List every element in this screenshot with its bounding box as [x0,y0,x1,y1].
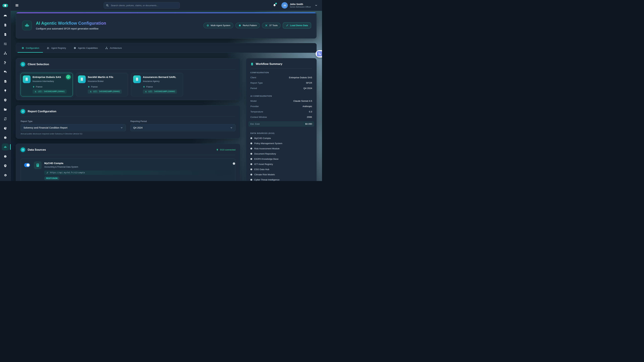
summary-source-item: EIOPA Knowledge Base [250,158,312,160]
search-input[interactable] [104,2,180,9]
sidebar-item-network[interactable] [2,50,9,57]
sidebar-item-car[interactable] [2,12,9,19]
data-source-toggle[interactable] [24,163,30,167]
cpu-icon [206,24,209,27]
sidebar-item-gear[interactable] [2,172,9,179]
summary-config-label: CONFIGURATION [250,71,312,73]
notifications-button[interactable] [272,3,277,8]
check-icon [66,75,70,79]
sidebar-item-pie-chart[interactable] [2,125,9,132]
section-title: Report Configuration [28,110,56,113]
summary-row: Report TypeSFCR [250,82,312,84]
client-card[interactable]: Assurances Bernard SARLInsurance AgencyF… [131,73,183,96]
reporting-period-select[interactable]: Q4 2024 [130,124,236,131]
summary-row-value: Anthropic [302,105,312,108]
client-cards: Entreprise Dubois SASInsurance Intermedi… [21,73,236,96]
avatar[interactable]: JS [282,2,288,8]
summary-row-label: Est. Cost [250,123,260,125]
url-text: https://api.mychd.fr/v2/compta [50,171,85,174]
map-pin-icon [88,86,90,88]
client-card[interactable]: Entreprise Dubois SASInsurance Intermedi… [21,73,73,96]
tab-configuration[interactable]: Configuration [18,43,43,53]
sidebar-item-file-lines[interactable] [2,78,9,85]
page-header-card: AI Agentic Workflow Configuration Config… [16,12,317,38]
summary-sources-label: DATA SOURCES (0/10) [250,132,312,134]
chevron-down-icon [120,126,123,129]
sidebar-item-folder[interactable] [2,106,9,113]
summary-row: Temperature0.3 [250,110,312,113]
sidebar-item-chat[interactable] [2,68,9,75]
sidebar-item-shield-gear[interactable] [2,96,9,104]
sidebar-item-sync[interactable] [2,115,9,122]
network-icon [4,51,7,55]
sidebar-item-gavel[interactable] [2,59,9,66]
sidebar-item-checklist[interactable] [2,40,9,47]
report-type-value: Solvency and Financial Condition Report [24,126,68,129]
summary-row: PeriodQ4 2024 [250,87,312,89]
badge-label: 37 Tools [269,24,278,27]
format-badge: REST/JSON [44,176,59,180]
sidebar-item-shield-gear[interactable] [2,162,9,169]
sidebar-item-brain[interactable] [2,153,9,160]
sidebar-item-document[interactable] [2,21,9,28]
report-type-field: Report Type Solvency and Financial Condi… [21,120,126,135]
divider [21,155,236,155]
chevron-down-icon[interactable] [314,4,318,7]
fingerprint-icon [145,90,147,93]
gear-icon [4,173,7,177]
summary-source-item: ESG Data Hub [250,168,312,171]
report-type-label: Report Type [21,120,126,122]
status-dot-icon [250,168,252,170]
summary-source-item: Policy Management System [250,142,312,145]
hamburger-menu-button[interactable] [14,2,20,8]
tab-bar: ConfigurationAgent RegistryAgentic Capab… [16,43,317,53]
building-icon [133,75,141,83]
summary-row-value: 0.3 [309,110,312,113]
tab-agentic-capabilities[interactable]: Agentic Capabilities [70,43,102,53]
summary-source-item: Cyber Threat Intelligence [250,178,312,181]
lei-text: LEI: 549300EXAMPLE00001 [38,90,65,93]
checklist-icon [4,42,7,45]
shield-icon [4,4,7,7]
file-chart-icon [4,33,7,36]
source-name: MyCHD Compta [254,137,271,139]
users-icon [46,46,50,49]
tab-agent-registry[interactable]: Agent Registry [43,43,70,53]
robot-icon [22,21,32,30]
client-type: Insurance Agency [143,80,176,82]
source-name: Cyber Threat Intelligence [254,178,280,181]
reporting-period-label: Reporting Period [130,120,236,122]
user-role: Senior Admission Officer [290,6,311,8]
tab-architecture[interactable]: Architecture [102,43,126,53]
summary-row-value: SFCR [306,82,312,84]
summary-row-label: Context Window [250,116,267,118]
sidebar-item-lightbulb[interactable] [2,87,9,94]
load-demo-data-button[interactable]: Load Demo Data [283,22,311,28]
status-dot-icon [250,163,252,165]
reporting-period-field: Reporting Period Q4 2024 [130,120,236,135]
fingerprint-icon [34,90,37,93]
global-search [104,2,180,9]
sidebar-item-file-chart[interactable] [2,31,9,38]
pencil-icon [286,24,288,27]
header-badge: 37 Tools [262,23,280,28]
user-name: John Smith [290,3,311,6]
clipboard-icon [250,62,254,66]
report-type-select[interactable]: Solvency and Financial Condition Report [21,124,126,131]
summary-source-item: MyCHD Compta [250,137,312,139]
document-icon [4,23,7,27]
sidebar-item-brain[interactable] [2,134,9,141]
calculator-icon [34,161,42,169]
link-icon [46,171,48,174]
sidebar-item-robot[interactable] [2,143,9,150]
translate-widget[interactable] [316,50,322,57]
brain-icon [238,24,241,27]
lightbulb-icon [4,89,7,92]
data-source-url: https://api.mychd.fr/v2/compta [44,170,231,175]
tab-label: Agentic Capabilities [78,47,98,49]
client-card[interactable]: Société Martin & FilsInsurance BrokerFra… [76,73,128,96]
client-country: France [91,86,98,88]
file-lines-icon [4,80,7,83]
plug-icon [216,148,219,151]
step-number: 3 [21,147,25,152]
